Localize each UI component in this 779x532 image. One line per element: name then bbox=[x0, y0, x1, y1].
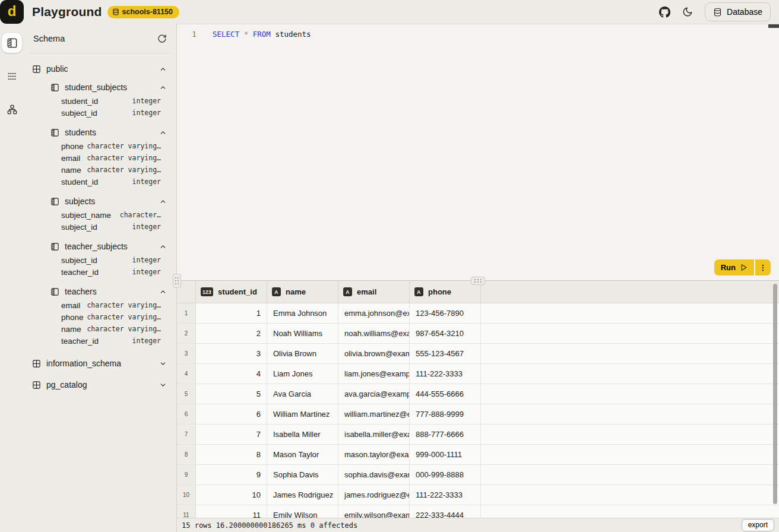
row-filler bbox=[481, 465, 779, 484]
diagram-view-button[interactable] bbox=[2, 99, 22, 119]
cell-phone[interactable]: 111-222-3333 bbox=[410, 364, 481, 384]
table-item-subjects[interactable]: subjects bbox=[26, 194, 170, 209]
cell-name[interactable]: William Martinez bbox=[267, 404, 338, 424]
row-number-cell[interactable]: 8 bbox=[177, 445, 196, 464]
row-number-cell[interactable]: 1 bbox=[177, 303, 196, 323]
row-number-cell[interactable]: 3 bbox=[177, 344, 196, 363]
cell-name[interactable]: Ava Garcia bbox=[267, 384, 338, 404]
cell-email[interactable]: sophia.davis@example.com bbox=[338, 465, 410, 484]
row-number-cell[interactable]: 9 bbox=[177, 465, 196, 484]
run-button[interactable]: Run bbox=[714, 259, 754, 276]
cell-email[interactable]: emily.wilson@example.com bbox=[338, 505, 410, 518]
column-header-phone[interactable]: Aphone bbox=[410, 281, 481, 303]
column-header-student_id[interactable]: 123student_id bbox=[196, 281, 267, 303]
row-number-cell[interactable]: 5 bbox=[177, 384, 196, 404]
schema-name: public bbox=[46, 64, 68, 74]
cell-name[interactable]: Sophia Davis bbox=[267, 465, 338, 484]
sql-editor[interactable]: 1 SELECT * FROM students Run bbox=[177, 24, 779, 280]
column-item-teachers-teacher_id: teacher_idinteger bbox=[26, 335, 170, 347]
column-header-name[interactable]: Aname bbox=[267, 281, 338, 303]
dark-mode-moon-icon[interactable] bbox=[682, 7, 693, 17]
row-number-cell[interactable]: 10 bbox=[177, 485, 196, 505]
table-item-teacher_subjects[interactable]: teacher_subjects bbox=[26, 239, 170, 254]
grip-dots-icon bbox=[175, 277, 179, 285]
cell-email[interactable]: ava.garcia@example.com bbox=[338, 384, 410, 404]
database-badge[interactable]: schools-81150 bbox=[107, 6, 179, 18]
schema-grid-icon bbox=[32, 65, 41, 74]
cell-phone[interactable]: 888-777-6666 bbox=[410, 425, 481, 444]
cell-student-id[interactable]: 10 bbox=[196, 485, 267, 505]
cell-email[interactable]: james.rodriguez@example.com bbox=[338, 485, 410, 505]
schema-item-public[interactable]: public bbox=[26, 61, 170, 77]
cell-phone[interactable]: 999-000-1111 bbox=[410, 445, 481, 464]
schema-item-pg_catalog[interactable]: pg_catalog bbox=[26, 376, 170, 393]
results-scrollbar-thumb[interactable] bbox=[773, 284, 777, 504]
table-row: 77Isabella Millerisabella.miller@example… bbox=[177, 425, 779, 445]
cell-name[interactable]: Emily Wilson bbox=[267, 505, 338, 518]
row-number-cell[interactable]: 7 bbox=[177, 425, 196, 444]
sql-statement[interactable]: SELECT * FROM students bbox=[211, 30, 311, 39]
run-options-button[interactable] bbox=[755, 259, 771, 276]
schema-view-button[interactable] bbox=[2, 33, 22, 53]
cell-name[interactable]: Emma Johnson bbox=[267, 303, 338, 323]
table-row: 55Ava Garciaava.garcia@example.com444-55… bbox=[177, 384, 779, 404]
cell-email[interactable]: olivia.brown@example.com bbox=[338, 344, 410, 363]
cell-email[interactable]: isabella.miller@example.com bbox=[338, 425, 410, 444]
row-number-cell[interactable]: 11 bbox=[177, 505, 196, 518]
cell-student-id[interactable]: 3 bbox=[196, 344, 267, 363]
cell-student-id[interactable]: 11 bbox=[196, 505, 267, 518]
schema-item-information_schema[interactable]: information_schema bbox=[26, 355, 170, 372]
cell-student-id[interactable]: 2 bbox=[196, 324, 267, 343]
editor-results-splitter-handle[interactable] bbox=[471, 277, 485, 285]
cell-email[interactable]: mason.taylor@example.com bbox=[338, 445, 410, 464]
list-view-button[interactable] bbox=[2, 66, 22, 86]
cell-name[interactable]: James Rodriguez bbox=[267, 485, 338, 505]
cell-student-id[interactable]: 5 bbox=[196, 384, 267, 404]
cell-student-id[interactable]: 4 bbox=[196, 364, 267, 384]
column-header-email[interactable]: Aemail bbox=[338, 281, 410, 303]
cell-name[interactable]: Noah Williams bbox=[267, 324, 338, 343]
sidebar-splitter-handle[interactable] bbox=[173, 274, 181, 288]
cell-phone[interactable]: 111-222-3333 bbox=[410, 485, 481, 505]
cell-name[interactable]: Liam Jones bbox=[267, 364, 338, 384]
cell-email[interactable]: noah.williams@example.com bbox=[338, 324, 410, 343]
cell-student-id[interactable]: 8 bbox=[196, 445, 267, 464]
database-button[interactable]: Database bbox=[705, 2, 771, 21]
column-type: integer bbox=[132, 109, 161, 117]
chevron-up-icon bbox=[159, 129, 170, 137]
editor-scrollbar[interactable] bbox=[768, 24, 779, 28]
cell-name[interactable]: Isabella Miller bbox=[267, 425, 338, 444]
cell-student-id[interactable]: 1 bbox=[196, 303, 267, 323]
cell-email[interactable]: emma.johnson@example.com bbox=[338, 303, 410, 323]
cell-student-id[interactable]: 7 bbox=[196, 425, 267, 444]
row-number-cell[interactable]: 6 bbox=[177, 404, 196, 424]
cell-name[interactable]: Mason Taylor bbox=[267, 445, 338, 464]
row-number-cell[interactable]: 2 bbox=[177, 324, 196, 343]
export-button[interactable]: export bbox=[742, 519, 774, 531]
main-area: 1 SELECT * FROM students Run bbox=[176, 24, 779, 532]
cell-phone[interactable]: 987-654-3210 bbox=[410, 324, 481, 343]
table-item-student_subjects[interactable]: student_subjects bbox=[26, 80, 170, 95]
cell-phone[interactable]: 555-123-4567 bbox=[410, 344, 481, 363]
cell-student-id[interactable]: 6 bbox=[196, 404, 267, 424]
cell-phone[interactable]: 444-555-6666 bbox=[410, 384, 481, 404]
sql-token: FROM bbox=[253, 30, 271, 39]
cell-student-id[interactable]: 9 bbox=[196, 465, 267, 484]
cell-phone[interactable]: 777-888-9999 bbox=[410, 404, 481, 424]
table-item-teachers[interactable]: teachers bbox=[26, 284, 170, 299]
cell-name[interactable]: Olivia Brown bbox=[267, 344, 338, 363]
row-number-cell[interactable]: 4 bbox=[177, 364, 196, 384]
left-icon-rail bbox=[0, 24, 24, 532]
cell-email[interactable]: liam.jones@example.com bbox=[338, 364, 410, 384]
cell-phone[interactable]: 123-456-7890 bbox=[410, 303, 481, 323]
column-item-students-phone: phonecharacter varying… bbox=[26, 140, 170, 152]
cell-email[interactable]: william.martinez@example.com bbox=[338, 404, 410, 424]
column-type: integer bbox=[132, 256, 161, 264]
refresh-icon[interactable] bbox=[157, 34, 167, 43]
column-item-teachers-phone: phonecharacter varying… bbox=[26, 311, 170, 323]
cell-phone[interactable]: 000-999-8888 bbox=[410, 465, 481, 484]
row-filler bbox=[481, 364, 779, 384]
github-icon[interactable] bbox=[659, 7, 670, 18]
table-item-students[interactable]: students bbox=[26, 125, 170, 140]
cell-phone[interactable]: 222-333-4444 bbox=[410, 505, 481, 518]
